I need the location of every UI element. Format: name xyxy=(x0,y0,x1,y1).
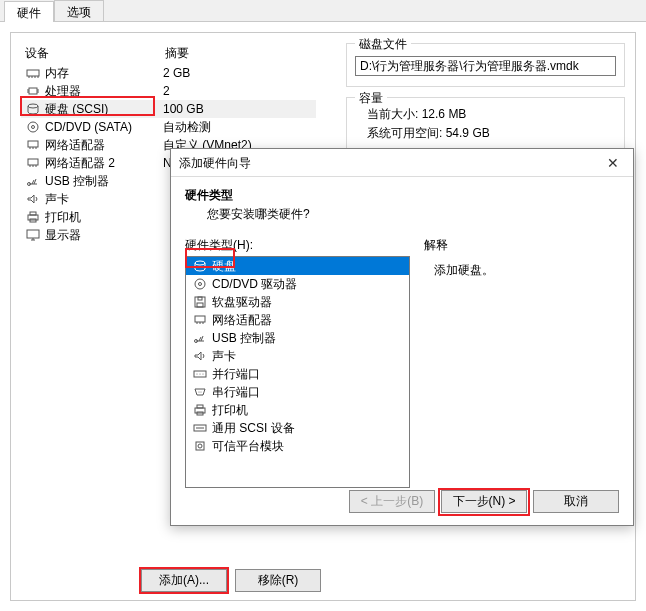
svg-point-10 xyxy=(28,104,38,108)
hw-type-label: 打印机 xyxy=(212,402,248,419)
hw-type-label: 软盘驱动器 xyxy=(212,294,272,311)
net-icon xyxy=(25,138,41,152)
hw-type-label: 硬盘 xyxy=(212,258,236,275)
hw-type-item[interactable]: USB 控制器 xyxy=(186,329,409,347)
hw-type-item[interactable]: 串行端口 xyxy=(186,383,409,401)
group-disk-file-title: 磁盘文件 xyxy=(355,36,411,53)
add-button[interactable]: 添加(A)... xyxy=(141,569,227,592)
header-summary: 摘要 xyxy=(161,43,311,64)
group-capacity: 容量 当前大小: 12.6 MB 系统可用空间: 54.9 GB xyxy=(346,97,625,155)
disk-icon xyxy=(25,102,41,116)
remove-button[interactable]: 移除(R) xyxy=(235,569,321,592)
hw-type-item[interactable]: 声卡 xyxy=(186,347,409,365)
wizard-header: 硬件类型 您要安装哪类硬件? xyxy=(171,177,633,231)
tab-hardware[interactable]: 硬件 xyxy=(4,1,54,22)
sound-icon xyxy=(192,349,208,363)
device-row[interactable]: 处理器2 xyxy=(21,82,316,100)
device-summary: 100 GB xyxy=(163,102,316,116)
cancel-button[interactable]: 取消 xyxy=(533,490,619,513)
parallel-icon xyxy=(192,367,208,381)
cd-icon xyxy=(192,277,208,291)
svg-rect-5 xyxy=(29,88,37,94)
hw-type-item[interactable]: 可信平台模块 xyxy=(186,437,409,455)
device-name: 处理器 xyxy=(45,83,163,100)
svg-rect-17 xyxy=(28,159,38,165)
device-row[interactable]: CD/DVD (SATA)自动检测 xyxy=(21,118,316,136)
svg-line-43 xyxy=(199,337,201,341)
tab-options[interactable]: 选项 xyxy=(54,0,104,21)
usb-icon xyxy=(25,174,41,188)
svg-point-46 xyxy=(197,374,198,375)
group-disk-file: 磁盘文件 xyxy=(346,43,625,87)
usb-icon xyxy=(192,331,208,345)
wizard-subheading: 您要安装哪类硬件? xyxy=(185,206,619,223)
hw-type-label: 串行端口 xyxy=(212,384,260,401)
device-name: 显示器 xyxy=(45,227,163,244)
device-name: 网络适配器 2 xyxy=(45,155,163,172)
device-summary: 自动检测 xyxy=(163,119,316,136)
hw-type-label: 声卡 xyxy=(212,348,236,365)
svg-point-57 xyxy=(198,444,202,448)
memory-icon xyxy=(25,66,41,80)
sound-icon xyxy=(25,192,41,206)
net-icon xyxy=(25,156,41,170)
device-name: 硬盘 (SCSI) xyxy=(45,101,163,118)
wizard-title: 添加硬件向导 xyxy=(179,149,251,177)
svg-point-11 xyxy=(28,122,38,132)
free-space-value: 54.9 GB xyxy=(446,126,490,140)
svg-line-44 xyxy=(201,336,203,341)
disk-icon xyxy=(192,259,208,273)
hw-type-item[interactable]: CD/DVD 驱动器 xyxy=(186,275,409,293)
serial-icon xyxy=(192,385,208,399)
close-icon[interactable]: ✕ xyxy=(593,149,633,177)
svg-point-50 xyxy=(201,392,202,393)
printer-icon xyxy=(25,210,41,224)
svg-point-32 xyxy=(195,279,205,289)
group-capacity-title: 容量 xyxy=(355,90,387,107)
hw-type-item[interactable]: 通用 SCSI 设备 xyxy=(186,419,409,437)
device-summary: 2 xyxy=(163,84,316,98)
hw-type-label: 通用 SCSI 设备 xyxy=(212,420,295,437)
device-summary: 2 GB xyxy=(163,66,316,80)
hw-type-list[interactable]: 硬盘CD/DVD 驱动器软盘驱动器网络适配器USB 控制器声卡并行端口串行端口打… xyxy=(185,256,410,488)
device-name: 网络适配器 xyxy=(45,137,163,154)
svg-point-12 xyxy=(32,126,35,129)
device-name: 内存 xyxy=(45,65,163,82)
hw-type-item[interactable]: 打印机 xyxy=(186,401,409,419)
hw-type-item[interactable]: 并行端口 xyxy=(186,365,409,383)
cd-icon xyxy=(25,120,41,134)
disk-file-path[interactable] xyxy=(355,56,616,76)
hw-type-label: USB 控制器 xyxy=(212,330,276,347)
free-space-label: 系统可用空间: xyxy=(367,126,442,140)
svg-point-31 xyxy=(195,261,205,265)
wizard-buttons: < 上一步(B) 下一步(N) > 取消 xyxy=(349,490,619,513)
svg-rect-37 xyxy=(195,316,205,322)
tabbar: 硬件 选项 xyxy=(0,0,646,22)
svg-rect-52 xyxy=(197,405,203,408)
hw-types-label: 硬件类型(H): xyxy=(185,237,410,254)
svg-line-24 xyxy=(34,179,36,184)
capacity-current: 当前大小: 12.6 MB xyxy=(367,106,616,123)
svg-rect-0 xyxy=(27,70,39,76)
add-hardware-wizard: 添加硬件向导 ✕ 硬件类型 您要安装哪类硬件? 硬件类型(H): 硬盘CD/DV… xyxy=(170,148,634,526)
svg-rect-35 xyxy=(198,297,202,300)
svg-rect-56 xyxy=(196,442,204,450)
hw-type-item[interactable]: 网络适配器 xyxy=(186,311,409,329)
hw-type-label: CD/DVD 驱动器 xyxy=(212,276,297,293)
device-row[interactable]: 硬盘 (SCSI)100 GB xyxy=(21,100,316,118)
device-headers: 设备 摘要 xyxy=(21,43,316,64)
next-button[interactable]: 下一步(N) > xyxy=(441,490,527,513)
device-row[interactable]: 内存2 GB xyxy=(21,64,316,82)
net-icon xyxy=(192,313,208,327)
device-name: 声卡 xyxy=(45,191,163,208)
device-name: CD/DVD (SATA) xyxy=(45,120,163,134)
svg-point-47 xyxy=(200,374,201,375)
display-icon xyxy=(25,228,41,242)
svg-point-48 xyxy=(203,374,204,375)
current-size-label: 当前大小: xyxy=(367,107,418,121)
svg-rect-13 xyxy=(28,141,38,147)
hw-type-item[interactable]: 软盘驱动器 xyxy=(186,293,409,311)
hw-type-item[interactable]: 硬盘 xyxy=(186,257,409,275)
cpu-icon xyxy=(25,84,41,98)
scsi-icon xyxy=(192,421,208,435)
